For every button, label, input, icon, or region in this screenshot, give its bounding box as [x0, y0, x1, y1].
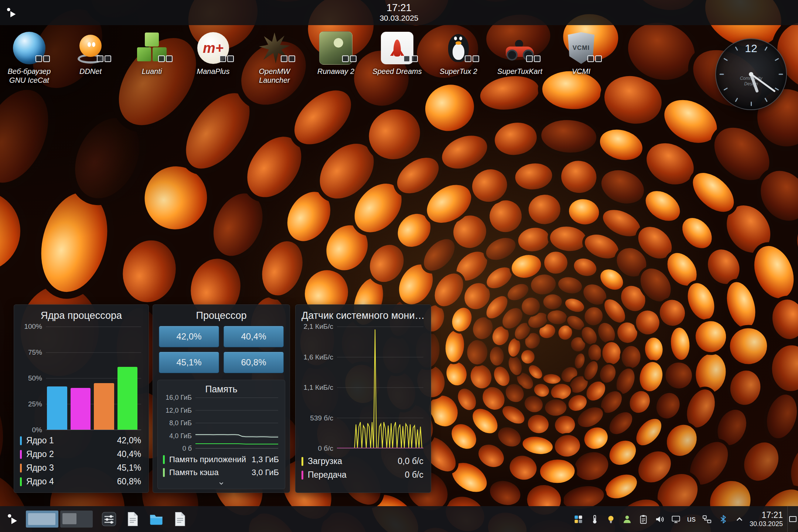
document-task-icon[interactable]	[124, 510, 141, 528]
bluetooth-icon[interactable]	[718, 514, 728, 524]
clock-tick	[723, 58, 728, 61]
legend-row: Память кэша 3,0 ГиБ	[163, 466, 279, 479]
desktop-icon-label: VCMI	[572, 67, 590, 76]
widget-title: Процессор	[153, 305, 290, 324]
cpu-cores-widget: Ядра процессора 100% 75% 50% 25% 0% Ядро…	[14, 304, 149, 493]
legend-color-chip	[163, 455, 165, 464]
legend-row: Память приложений 1,3 ГиБ	[163, 453, 279, 466]
network-sensor-widget: Датчик системного монито… 2,1 КиБ/с 1,6 …	[295, 304, 431, 493]
cpu-cores-bar-chart	[46, 327, 141, 430]
desktop-icon-ddnet[interactable]: DDNet	[61, 31, 120, 85]
legend-row: Загрузка 0,0 б/с	[301, 454, 423, 468]
desktop-icon-label: Runaway 2	[317, 67, 354, 76]
shortcut-emblem	[35, 55, 50, 62]
clipboard-icon[interactable]	[638, 514, 648, 524]
clock-tick	[735, 98, 738, 102]
legend-color-chip	[301, 457, 303, 466]
user-switcher-icon[interactable]	[622, 514, 632, 524]
desktop-icon-speed-dreams[interactable]: Speed Dreams	[368, 31, 426, 85]
y-axis-labels: 100% 75% 50% 25% 0%	[18, 327, 46, 430]
shortcut-emblem	[97, 55, 111, 62]
shortcut-emblem	[281, 55, 295, 62]
topbar-date: 30.03.2025	[379, 14, 418, 23]
shortcut-emblem	[219, 55, 234, 62]
y-axis-labels: 16,0 ГиБ 12,0 ГиБ 8,0 ГиБ 4,0 ГиБ 0 б	[161, 398, 195, 449]
pager-window-preview	[62, 513, 76, 524]
document-task-icon-2[interactable]	[171, 510, 189, 528]
desktop-icon-label: SuperTux 2	[440, 67, 477, 76]
show-desktop-button[interactable]	[787, 506, 798, 532]
desktop-icon-label: SuperTuxKart	[497, 67, 542, 76]
cpu-usage-tile: 60,8%	[224, 352, 284, 373]
bottom-panel: us 17:21 30.03.2025	[0, 506, 798, 532]
folder-task-icon[interactable]	[147, 510, 165, 528]
legend-color-chip	[20, 436, 22, 445]
legend-color-chip	[301, 471, 303, 480]
clock-twelve-label: 12	[716, 42, 786, 55]
cpu-widget: Процессор 42,0% 40,4% 45,1% 60,8% Память…	[153, 304, 290, 493]
app-launcher-button[interactable]	[4, 509, 23, 529]
desktop: { "topbar": { "time": "17:21", "date": "…	[0, 0, 798, 532]
shortcut-emblem	[342, 55, 357, 62]
night-light-icon[interactable]	[606, 514, 616, 524]
desktop-icon-vcmi[interactable]: VCMI VCMI	[552, 31, 610, 85]
top-panel: 17:21 30.03.2025	[0, 0, 798, 25]
expand-chevron-icon[interactable]	[217, 479, 225, 487]
legend-row: Ядро 3 45,1%	[20, 461, 141, 475]
desktop-icon-supertux2[interactable]: SuperTux 2	[429, 31, 488, 85]
widget-title: Ядра процессора	[14, 305, 149, 324]
cpu-usage-tile: 45,1%	[159, 352, 219, 373]
pager-desktop-2[interactable]	[60, 511, 93, 528]
legend-color-chip	[20, 450, 22, 459]
task-manager	[100, 510, 189, 528]
desktop-icon-supertuxkart[interactable]: SuperTuxKart	[491, 31, 549, 85]
shortcut-emblem	[158, 55, 173, 62]
activities-icon[interactable]	[4, 5, 20, 20]
cpu-cores-legend: Ядро 1 42,0% Ядро 2 40,4% Ядро 3 45,1% Я…	[20, 434, 141, 488]
desktop-icon-label: Speed Dreams	[372, 67, 422, 76]
cpu-usage-tile: 42,0%	[159, 326, 219, 347]
desktop-icon-label: DDNet	[79, 67, 102, 76]
keyboard-layout-indicator[interactable]: us	[687, 514, 696, 524]
expand-tray-icon[interactable]	[734, 514, 744, 524]
desktop-icon-label: Веб-браузер GNU IceCat	[0, 67, 58, 85]
legend-row: Ядро 2 40,4%	[20, 447, 141, 461]
desktop-icon-runaway2[interactable]: Runaway 2	[307, 31, 365, 85]
legend-row: Ядро 1 42,0%	[20, 434, 141, 447]
analog-clock-widget: 12 Community Design	[715, 38, 787, 110]
clock-tick	[751, 102, 752, 106]
topbar-time: 17:21	[379, 2, 418, 14]
pager-desktop-1[interactable]	[26, 511, 58, 528]
widgets-icon[interactable]	[573, 514, 583, 524]
memory-line-chart	[195, 398, 278, 449]
shortcut-emblem	[587, 55, 602, 62]
desktop-icon-manaplus[interactable]: m+ ManaPlus	[184, 31, 242, 85]
taskbar-time: 17:21	[750, 510, 783, 520]
desktop-icon-luanti[interactable]: Luanti	[123, 31, 181, 85]
volume-icon[interactable]	[655, 514, 665, 524]
cpu-cores-bars	[47, 327, 137, 430]
shortcut-emblem	[403, 55, 418, 62]
clock-tick	[774, 58, 779, 61]
legend-row: Передача 0 б/с	[301, 468, 423, 482]
clock-tick	[778, 74, 783, 75]
desktop-icon-icecat[interactable]: Веб-браузер GNU IceCat	[0, 31, 58, 85]
legend-color-chip	[163, 468, 165, 477]
taskbar-clock[interactable]: 17:21 30.03.2025	[750, 510, 783, 528]
y-axis-labels: 2,1 КиБ/с 1,6 КиБ/с 1,1 КиБ/с 539 б/с 0 …	[299, 327, 337, 449]
pager-window-preview	[28, 513, 55, 525]
wired-network-icon[interactable]	[702, 514, 712, 524]
topbar-clock: 17:21 30.03.2025	[379, 2, 418, 23]
desktop-icon-label: OpenMW Launcher	[246, 67, 303, 85]
shortcut-emblem	[465, 55, 479, 62]
legend-color-chip	[20, 477, 22, 486]
settings-task-icon[interactable]	[100, 510, 118, 528]
display-icon[interactable]	[671, 514, 681, 524]
memory-legend: Память приложений 1,3 ГиБ Память кэша 3,…	[163, 453, 279, 479]
legend-row: Ядро 4 60,8%	[20, 475, 141, 488]
thermometer-icon[interactable]	[590, 514, 600, 524]
network-line-chart	[337, 327, 423, 449]
network-legend: Загрузка 0,0 б/с Передача 0 б/с	[301, 454, 423, 482]
legend-color-chip	[20, 464, 22, 473]
desktop-icon-openmw[interactable]: OpenMW Launcher	[245, 31, 304, 85]
